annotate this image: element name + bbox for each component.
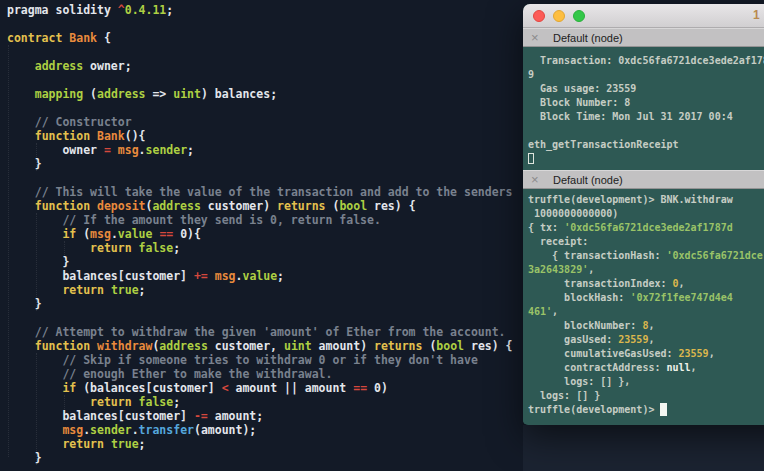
token: owner; bbox=[83, 59, 131, 73]
terminal-line bbox=[528, 152, 764, 166]
token: true bbox=[111, 437, 139, 451]
token: // Constructor bbox=[35, 115, 132, 129]
terminal-line: blockNumber: 8, bbox=[528, 319, 764, 333]
token: ; bbox=[173, 395, 180, 409]
token bbox=[7, 185, 35, 199]
token: . bbox=[139, 143, 146, 157]
token: uint bbox=[284, 339, 312, 353]
token bbox=[7, 87, 35, 101]
token: ( bbox=[76, 227, 90, 241]
token: , bbox=[648, 334, 654, 345]
token: 0.4.11 bbox=[125, 3, 167, 17]
token: . bbox=[111, 227, 118, 241]
terminal-line: 3a2643829', bbox=[528, 263, 764, 277]
token: transfer bbox=[139, 423, 194, 437]
token: 23559 bbox=[679, 348, 709, 359]
token: < bbox=[222, 381, 229, 395]
token: , bbox=[709, 348, 715, 359]
token: cumulativeGasUsed: bbox=[528, 348, 679, 359]
token: ( bbox=[422, 339, 436, 353]
token: gasUsed: bbox=[528, 334, 618, 345]
token bbox=[7, 115, 35, 129]
token: if bbox=[62, 381, 76, 395]
token: null bbox=[666, 362, 690, 373]
token: { transactionHash: bbox=[528, 250, 666, 261]
token: blockHash: bbox=[528, 292, 630, 303]
indent-guide bbox=[36, 353, 37, 465]
token: returns bbox=[374, 339, 422, 353]
token: 3a2643829' bbox=[528, 264, 588, 275]
token: ; bbox=[277, 269, 284, 283]
token bbox=[7, 213, 62, 227]
token: , bbox=[588, 264, 594, 275]
token bbox=[104, 437, 111, 451]
token: } bbox=[7, 255, 69, 269]
token bbox=[7, 59, 35, 73]
token: address bbox=[97, 87, 145, 101]
token: == bbox=[159, 227, 173, 241]
close-tab-icon[interactable]: × bbox=[531, 172, 539, 187]
token: // Skip if someone tries to withdraw 0 o… bbox=[62, 353, 477, 367]
zoom-window-button[interactable] bbox=[573, 10, 585, 22]
terminal-line: cumulativeGasUsed: 23559, bbox=[528, 347, 764, 361]
token: 1000000000000) bbox=[528, 208, 618, 219]
indent-guide bbox=[36, 143, 37, 171]
token: bool bbox=[436, 339, 464, 353]
token: logs: [] }, bbox=[528, 376, 630, 387]
token: = bbox=[104, 143, 111, 157]
minimize-window-button[interactable] bbox=[553, 10, 565, 22]
token: res) { bbox=[367, 199, 415, 213]
terminal-line: Block Time: Mon Jul 31 2017 00:4 bbox=[528, 110, 764, 124]
token: // Attempt to withdraw the given 'amount… bbox=[35, 325, 506, 339]
token: value bbox=[242, 269, 277, 283]
token: msg bbox=[90, 227, 111, 241]
token: ; bbox=[166, 3, 173, 17]
token: Block Time: Mon Jul 31 2017 00:4 bbox=[528, 111, 733, 122]
token: (balances[customer] bbox=[76, 381, 221, 395]
token: { bbox=[97, 31, 111, 45]
token: transactionIndex: bbox=[528, 278, 673, 289]
token bbox=[7, 129, 35, 143]
indent-guide bbox=[64, 395, 65, 409]
terminal-line: blockHash: '0x72f1fee747d4e4 bbox=[528, 291, 764, 305]
token: contract bbox=[7, 31, 69, 45]
token: uint bbox=[173, 87, 201, 101]
token: bool bbox=[339, 199, 367, 213]
token: customer, bbox=[208, 339, 284, 353]
token: true bbox=[111, 283, 139, 297]
token: ^ bbox=[118, 3, 125, 17]
terminal-tab-node-1[interactable]: × Default (node) bbox=[523, 28, 764, 47]
token: 461' bbox=[528, 306, 552, 317]
token: , bbox=[691, 362, 697, 373]
terminal-pane-truffle[interactable]: truffle(development)> BNK.withdraw 10000… bbox=[523, 189, 764, 424]
token: Transaction: 0xdc56fa6721dce3ede2af1787d bbox=[528, 55, 764, 66]
token bbox=[7, 367, 62, 381]
terminal-line: eth_getTransactionReceipt bbox=[528, 138, 764, 152]
terminal-line: truffle(development)> BNK.withdraw bbox=[528, 193, 764, 207]
token: ) balances; bbox=[201, 87, 277, 101]
window-title-badge: 1 bbox=[753, 8, 760, 22]
window-title-bar[interactable]: 1 bbox=[523, 4, 764, 28]
terminal-line: gasUsed: 23559, bbox=[528, 333, 764, 347]
token: ; bbox=[187, 143, 194, 157]
token: mapping bbox=[35, 87, 83, 101]
token: Bank bbox=[69, 31, 97, 45]
token: blockNumber: bbox=[528, 320, 642, 331]
token bbox=[7, 339, 35, 353]
terminal-tab-node-2[interactable]: × Default (node) bbox=[523, 170, 764, 189]
token: msg bbox=[215, 269, 236, 283]
close-window-button[interactable] bbox=[533, 10, 545, 22]
close-tab-icon[interactable]: × bbox=[531, 30, 539, 45]
token: ; bbox=[173, 241, 180, 255]
token bbox=[104, 283, 111, 297]
terminal-line: truffle(development)> bbox=[528, 403, 764, 417]
indent-guide bbox=[64, 241, 65, 255]
token: { tx: bbox=[528, 222, 564, 233]
terminal-pane-node[interactable]: Transaction: 0xdc56fa6721dce3ede2af1787d… bbox=[523, 47, 764, 170]
terminal-line: Block Number: 8 bbox=[528, 96, 764, 110]
token bbox=[7, 437, 62, 451]
token: returns bbox=[277, 199, 325, 213]
token: msg bbox=[118, 143, 139, 157]
token: address bbox=[152, 199, 200, 213]
terminal-cursor bbox=[660, 403, 667, 416]
